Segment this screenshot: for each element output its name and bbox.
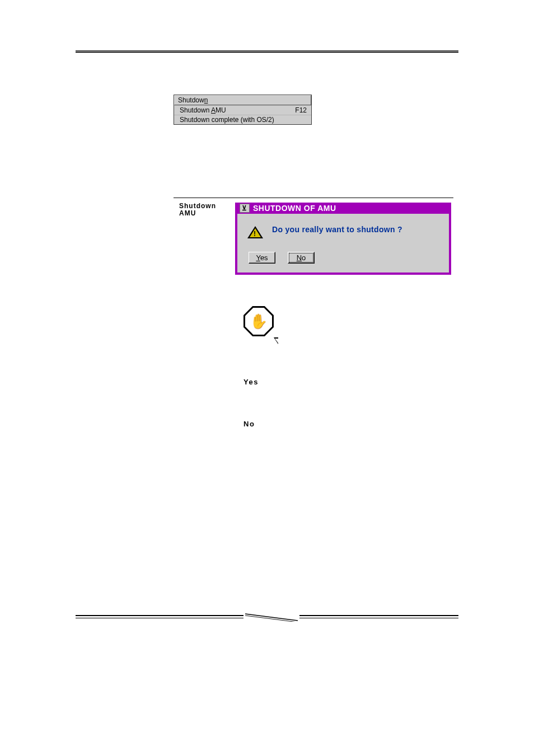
row-label-shutdown-amu: Shutdown AMU [179, 203, 224, 275]
row-label-line1: Shutdown [179, 202, 216, 210]
section-separator [174, 198, 453, 198]
dialog-body: ! Do you really want to shutdown ? Yes N… [237, 214, 449, 273]
menu-header-hotkey: n [204, 96, 208, 104]
bottom-rule-ornament [76, 607, 458, 627]
warning-bang: ! [254, 230, 257, 238]
bottom-rule-diagonal [245, 613, 298, 622]
shutdown-amu-row: Shutdown AMU ⊻ SHUTDOWN OF AMU ! Do you … [179, 203, 458, 275]
menu-item2-label: Shutdown complete (with OS/2) [180, 116, 274, 124]
menu-item1-shortcut: F12 [295, 106, 307, 114]
yes-no-block: Yes No [243, 378, 458, 428]
shutdown-dialog: ⊻ SHUTDOWN OF AMU ! Do you really want t… [235, 203, 451, 275]
menu-item1-label: Shutdown AMU [180, 106, 226, 114]
menu-header-text-pre: Shutdow [178, 96, 204, 104]
no-label: No [243, 420, 458, 428]
menu-item-shutdown-complete[interactable]: Shutdown complete (with OS/2) [174, 115, 311, 124]
menu-item1-post: MU [216, 106, 226, 114]
dialog-message-text: Do you really want to shutdown ? [272, 225, 402, 234]
menu-header-shutdown[interactable]: Shutdown [174, 95, 311, 105]
menu-item1-hotkey: A [211, 106, 216, 114]
sysmenu-glyph: ⊻ [242, 204, 247, 212]
speech-tail-icon [274, 337, 278, 344]
no-button[interactable]: No [288, 252, 315, 264]
system-menu-icon[interactable]: ⊻ [240, 204, 250, 213]
shutdown-menu: Shutdown Shutdown AMU F12 Shutdown compl… [174, 95, 312, 125]
yes-button[interactable]: Yes [249, 252, 275, 264]
stop-octagon-icon: ✋ [243, 306, 274, 336]
hand-icon: ✋ [250, 314, 268, 328]
warning-triangle-icon: ! [247, 226, 263, 238]
no-rest: o [302, 253, 306, 262]
menu-item-shutdown-amu[interactable]: Shutdown AMU F12 [174, 105, 311, 115]
dialog-title-text: SHUTDOWN OF AMU [253, 204, 336, 213]
dialog-message-row: ! Do you really want to shutdown ? [247, 225, 439, 238]
no-hotkey: N [297, 253, 302, 262]
menu-item1-pre: Shutdown [180, 106, 211, 114]
dialog-buttons: Yes No [249, 252, 439, 264]
dialog-titlebar[interactable]: ⊻ SHUTDOWN OF AMU [237, 203, 449, 214]
yes-label: Yes [243, 378, 458, 386]
yes-rest: es [260, 253, 268, 262]
yes-hotkey: Y [256, 253, 260, 262]
row-label-line2: AMU [179, 209, 196, 217]
stop-icon-block: ✋ [243, 306, 458, 339]
top-rule-double [76, 50, 458, 53]
document-page: Shutdown Shutdown AMU F12 Shutdown compl… [0, 0, 534, 661]
